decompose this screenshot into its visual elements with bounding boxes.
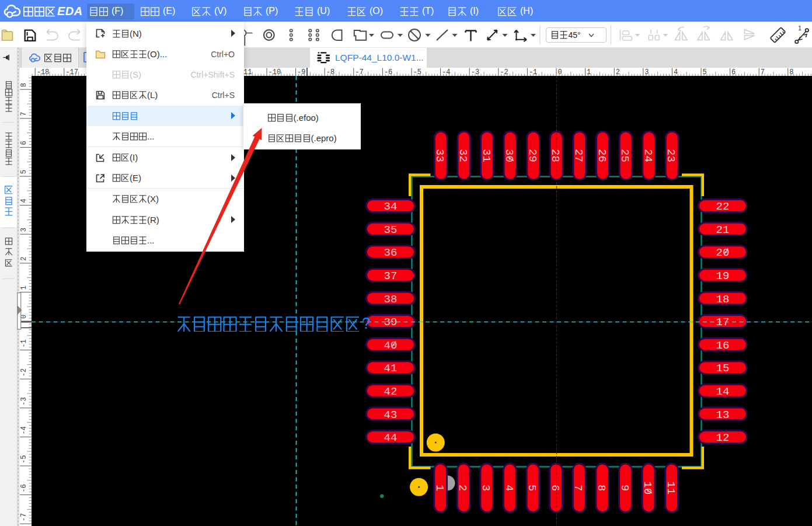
- svg-text:33: 33: [434, 149, 447, 162]
- svg-text:9: 9: [618, 485, 631, 491]
- svg-text:42: 42: [384, 385, 398, 398]
- svg-text:21: 21: [716, 224, 730, 236]
- svg-text:-8: -8: [326, 68, 334, 76]
- svg-text:29: 29: [526, 149, 539, 162]
- svg-text:36: 36: [384, 246, 398, 259]
- svg-text:-2: -2: [20, 368, 28, 377]
- svg-text:-5: -5: [20, 455, 28, 464]
- svg-text:5: 5: [703, 68, 707, 76]
- svg-text:1: 1: [433, 485, 446, 491]
- svg-text:-10: -10: [269, 68, 281, 76]
- svg-text:6: 6: [20, 141, 28, 145]
- svg-text:19: 19: [716, 270, 730, 283]
- svg-text:2: 2: [20, 257, 28, 261]
- svg-text:0: 0: [558, 68, 562, 76]
- svg-text:7: 7: [572, 485, 585, 491]
- svg-text:37: 37: [384, 270, 398, 283]
- svg-text:44: 44: [384, 431, 398, 444]
- svg-text:12: 12: [716, 431, 730, 444]
- svg-text:35: 35: [384, 224, 398, 236]
- svg-text:24: 24: [642, 149, 654, 162]
- svg-text:41: 41: [384, 362, 398, 375]
- svg-text:7: 7: [761, 68, 765, 76]
- svg-text:4: 4: [674, 68, 678, 76]
- svg-text:-3: -3: [20, 397, 28, 405]
- svg-text:7: 7: [20, 112, 28, 116]
- svg-text:-7: -7: [355, 68, 363, 76]
- svg-text:-1: -1: [529, 68, 537, 76]
- svg-text:-9: -9: [297, 68, 305, 76]
- svg-text:2: 2: [456, 485, 469, 491]
- svg-text:-4: -4: [442, 68, 450, 76]
- svg-text:3: 3: [479, 485, 492, 491]
- svg-text:5: 5: [525, 485, 538, 491]
- svg-text:34: 34: [384, 200, 398, 213]
- svg-text:4: 4: [503, 485, 515, 491]
- svg-text:-1: -1: [20, 339, 28, 347]
- svg-text:23: 23: [665, 149, 678, 162]
- svg-text:-3: -3: [471, 68, 479, 76]
- svg-text:40: 40: [384, 339, 398, 352]
- svg-text:20: 20: [716, 246, 730, 259]
- svg-text:-4: -4: [20, 426, 28, 434]
- svg-text:1: 1: [587, 68, 591, 76]
- svg-text:32: 32: [456, 149, 469, 162]
- svg-text:10: 10: [641, 481, 654, 494]
- svg-text:6: 6: [549, 485, 562, 491]
- svg-text:3: 3: [644, 68, 649, 76]
- svg-text:43: 43: [384, 409, 398, 422]
- svg-text:-6: -6: [384, 68, 392, 76]
- svg-text:3: 3: [20, 228, 28, 232]
- svg-text:16: 16: [716, 339, 730, 352]
- svg-text:-6: -6: [20, 484, 28, 492]
- svg-text:8: 8: [789, 68, 793, 76]
- svg-text:-18: -18: [37, 68, 50, 76]
- svg-text:14: 14: [716, 385, 730, 398]
- svg-text:-2: -2: [500, 68, 508, 76]
- svg-text:38: 38: [384, 293, 398, 306]
- svg-text:27: 27: [572, 149, 585, 162]
- svg-text:15: 15: [716, 362, 730, 375]
- svg-text:-7: -7: [20, 513, 28, 521]
- svg-text:5: 5: [20, 170, 28, 174]
- svg-text:-5: -5: [413, 68, 421, 76]
- svg-text:13: 13: [716, 409, 730, 422]
- svg-text:11: 11: [664, 481, 677, 494]
- svg-text:6: 6: [731, 68, 736, 76]
- svg-text:18: 18: [716, 293, 730, 306]
- svg-text:8: 8: [20, 83, 28, 87]
- svg-text:28: 28: [549, 149, 562, 162]
- svg-text:31: 31: [480, 149, 493, 162]
- svg-text:30: 30: [503, 149, 515, 162]
- svg-text:22: 22: [716, 200, 730, 213]
- svg-text:4: 4: [20, 198, 28, 203]
- svg-text:26: 26: [595, 149, 608, 162]
- svg-text:8: 8: [595, 485, 608, 491]
- svg-text:25: 25: [618, 149, 631, 162]
- svg-text:1: 1: [798, 25, 801, 32]
- svg-text:2: 2: [616, 68, 620, 76]
- svg-text:-17: -17: [65, 68, 78, 76]
